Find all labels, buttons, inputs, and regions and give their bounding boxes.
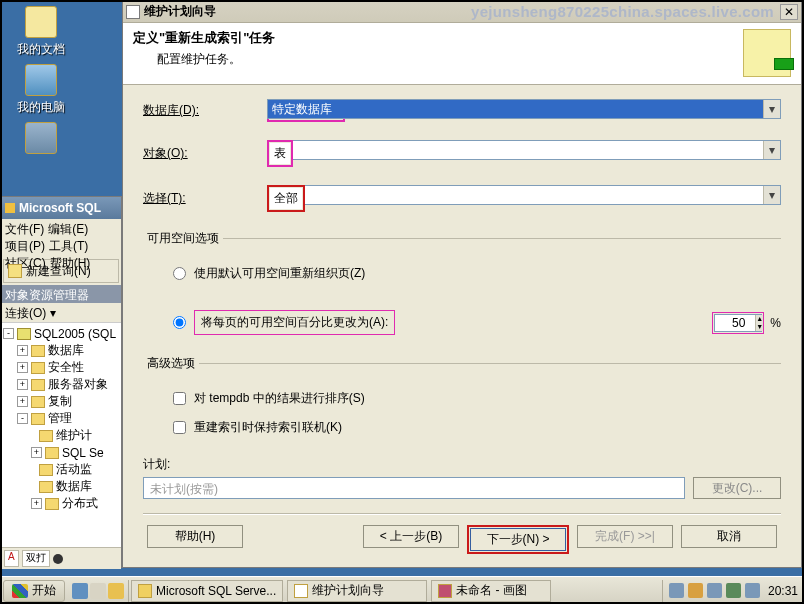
tray-icon-3[interactable] [707, 583, 722, 598]
system-tray[interactable]: 20:31 [662, 580, 804, 602]
connect-dropdown[interactable]: 连接(O) ▾ [1, 303, 121, 323]
tree-expander[interactable]: + [17, 379, 28, 390]
maintenance-wizard-dialog: 维护计划向导 yejunsheng870225china.spaces.live… [122, 0, 802, 568]
advanced-legend: 高级选项 [143, 355, 199, 372]
close-icon[interactable]: ✕ [780, 4, 798, 20]
task-wizard-label: 维护计划向导 [312, 582, 384, 599]
select-value-hl: 全部 [270, 188, 302, 209]
task-wizard[interactable]: 维护计划向导 [287, 580, 427, 602]
check-tempdb[interactable] [173, 392, 186, 405]
object-value-hl: 表 [270, 143, 290, 164]
tray-icon-2[interactable] [688, 583, 703, 598]
wizard-header: 定义"重新生成索引"任务 配置维护任务。 [123, 23, 801, 85]
tray-icon-5[interactable] [745, 583, 760, 598]
tree-activity[interactable]: 活动监 [56, 461, 92, 478]
radio-percent[interactable] [173, 316, 186, 329]
freespace-opt-default[interactable]: 使用默认可用空间重新组织页(Z) [143, 259, 781, 288]
start-label: 开始 [32, 582, 56, 599]
start-button[interactable]: 开始 [3, 580, 65, 602]
ssms-titlebar[interactable]: Microsoft SQL [1, 197, 121, 219]
watermark-url: yejunsheng870225china.spaces.live.com [471, 3, 774, 20]
cancel-button[interactable]: 取消 [681, 525, 777, 548]
menu-file[interactable]: 文件(F) [5, 221, 44, 238]
help-button[interactable]: 帮助(H) [147, 525, 243, 548]
tree-replication[interactable]: 复制 [48, 393, 72, 410]
object-tree[interactable]: -SQL2005 (SQL +数据库 +安全性 +服务器对象 +复制 -管理 维… [1, 323, 121, 547]
back-button[interactable]: < 上一步(B) [363, 525, 459, 548]
freespace-legend: 可用空间选项 [143, 230, 223, 247]
wizard-titlebar[interactable]: 维护计划向导 yejunsheng870225china.spaces.live… [123, 1, 801, 23]
database-label: 数据库(D): [143, 102, 267, 119]
menu-tools[interactable]: 工具(T) [49, 238, 88, 255]
freespace-opt2-label: 将每页的可用空间百分比更改为(A): [194, 310, 395, 335]
tree-expander[interactable]: - [17, 413, 28, 424]
tree-databases[interactable]: 数据库 [48, 342, 84, 359]
ql-desktop-icon[interactable] [90, 583, 106, 599]
bottom-tab-double[interactable]: 双打 [22, 550, 50, 567]
menu-edit[interactable]: 编辑(E) [48, 221, 88, 238]
tree-expander[interactable]: + [17, 345, 28, 356]
ql-ie-icon[interactable] [72, 583, 88, 599]
task-ssms-label: Microsoft SQL Serve... [156, 584, 276, 598]
quicklaunch [68, 580, 129, 602]
chevron-down-icon[interactable]: ▾ [763, 141, 780, 159]
tree-expander[interactable]: + [31, 447, 42, 458]
separator [143, 513, 781, 515]
recycle-icon [25, 122, 57, 154]
tree-serverobj[interactable]: 服务器对象 [48, 376, 108, 393]
task-paint[interactable]: 未命名 - 画图 [431, 580, 551, 602]
tree-expander[interactable]: + [31, 498, 42, 509]
ssms-window: Microsoft SQL 文件(F) 编辑(E) 项目(P) 工具(T) 社区… [0, 196, 122, 568]
object-label: 对象(O): [143, 145, 267, 162]
plan-label: 计划: [143, 456, 781, 473]
chevron-down-icon[interactable]: ▾ [763, 100, 780, 118]
computer-icon [25, 64, 57, 96]
database-dropdown-value: 特定数据库 [268, 101, 763, 118]
tree-management[interactable]: 管理 [48, 410, 72, 427]
desktop-mycomputer[interactable]: 我的电脑 [6, 64, 76, 116]
freespace-opt-percent[interactable]: 将每页的可用空间百分比更改为(A): ▲▼ % [143, 288, 781, 341]
spinner-up-icon[interactable]: ▲ [755, 315, 763, 323]
task-ssms[interactable]: Microsoft SQL Serve... [131, 580, 283, 602]
desktop-mydocs[interactable]: 我的文档 [6, 6, 76, 58]
next-button[interactable]: 下一步(N) > [470, 528, 566, 551]
ssms-menubar[interactable]: 文件(F) 编辑(E) 项目(P) 工具(T) 社区(C) 帮助(H) [1, 219, 121, 257]
tree-expander[interactable]: + [17, 362, 28, 373]
tree-sqlse[interactable]: SQL Se [62, 446, 104, 460]
folder-icon [39, 481, 53, 493]
tray-icon-1[interactable] [669, 583, 684, 598]
advanced-group: 高级选项 对 tempdb 中的结果进行排序(S) 重建索引时保持索引联机(K) [143, 355, 781, 442]
desktop-mycomputer-label: 我的电脑 [6, 99, 76, 116]
tray-icon-4[interactable] [726, 583, 741, 598]
ssms-bottom-bar: A 双打 [1, 547, 121, 569]
bottom-tab-a[interactable]: A [4, 550, 19, 567]
tree-dtc[interactable]: 分布式 [62, 495, 98, 512]
select-label: 选择(T): [143, 190, 267, 207]
desktop-recycle[interactable] [6, 122, 76, 154]
object-explorer-header: 对象资源管理器 [1, 285, 121, 303]
change-schedule-button[interactable]: 更改(C)... [693, 477, 781, 499]
spinner-down-icon[interactable]: ▼ [755, 323, 763, 331]
select-dropdown[interactable]: ▾ [303, 185, 781, 205]
chevron-down-icon[interactable]: ▾ [763, 186, 780, 204]
database-dropdown[interactable]: 特定数据库 ▾ [267, 99, 781, 119]
tree-expander[interactable]: + [17, 396, 28, 407]
check-online-row[interactable]: 重建索引时保持索引联机(K) [143, 413, 781, 442]
ql-explorer-icon[interactable] [108, 583, 124, 599]
tree-security[interactable]: 安全性 [48, 359, 84, 376]
menu-project[interactable]: 项目(P) [5, 238, 45, 255]
task-paint-label: 未命名 - 画图 [456, 582, 527, 599]
check-online[interactable] [173, 421, 186, 434]
tree-expander[interactable]: - [3, 328, 14, 339]
percent-spinner[interactable]: ▲▼ [714, 314, 762, 332]
tree-root[interactable]: SQL2005 (SQL [34, 327, 116, 341]
radio-default[interactable] [173, 267, 186, 280]
wizard-title-text: 维护计划向导 [144, 3, 471, 20]
clock[interactable]: 20:31 [768, 584, 798, 598]
check-tempdb-row[interactable]: 对 tempdb 中的结果进行排序(S) [143, 384, 781, 413]
plan-input[interactable]: 未计划(按需) [143, 477, 685, 499]
percent-input[interactable] [715, 315, 747, 331]
tree-maintplan[interactable]: 维护计 [56, 427, 92, 444]
object-dropdown[interactable]: ▾ [291, 140, 781, 160]
tree-dbmail[interactable]: 数据库 [56, 478, 92, 495]
